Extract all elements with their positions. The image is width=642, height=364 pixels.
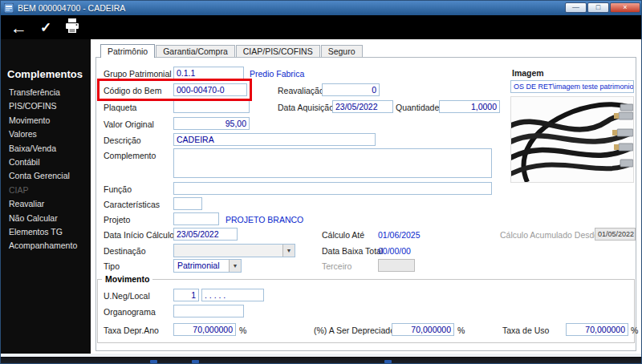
title-bar: BEM 000004700 - CADEIRA — □ × bbox=[1, 1, 642, 15]
complemento-label: Complemento bbox=[104, 151, 156, 160]
funcao-label: Função bbox=[104, 184, 132, 194]
data-aquisicao-label: Data Aquisição bbox=[278, 103, 334, 112]
codigo-bem-field[interactable] bbox=[173, 83, 247, 96]
destinacao-label: Destinação bbox=[104, 246, 146, 256]
window-controls: — □ × bbox=[564, 2, 640, 13]
toolbar: ← ✓ bbox=[1, 15, 642, 39]
taxa-depr-ano-label: Taxa Depr.Ano bbox=[104, 326, 159, 335]
app-icon bbox=[4, 3, 14, 13]
taxa-depr-ano-field[interactable] bbox=[173, 323, 236, 336]
tab-strip: Patrimônio Garantia/Compra CIAP/PIS/COFI… bbox=[100, 44, 364, 58]
sidebar-item-acompanhamento[interactable]: Acompanhamento bbox=[1, 239, 91, 253]
projeto-label: Projeto bbox=[104, 215, 130, 224]
tipo-value: Patrimonial bbox=[177, 261, 220, 270]
funcao-field[interactable] bbox=[173, 182, 492, 195]
a-ser-depreciado-label: (%) A Ser Depreciado bbox=[314, 326, 395, 335]
calculo-ate-value: 01/06/2025 bbox=[378, 230, 421, 240]
asset-photo bbox=[510, 96, 634, 183]
descricao-field[interactable] bbox=[173, 133, 376, 146]
projeto-description: PROJETO BRANCO bbox=[226, 215, 303, 224]
maximize-button[interactable]: □ bbox=[587, 2, 609, 13]
taxa-de-uso-label: Taxa de Uso bbox=[502, 326, 549, 335]
calculo-ate-label: Cálculo Até bbox=[322, 230, 364, 240]
grupo-patrimonial-label: Grupo Patrimonial bbox=[104, 69, 172, 79]
terceiro-field bbox=[378, 259, 415, 272]
minimize-button[interactable]: — bbox=[565, 2, 587, 13]
quantidade-field[interactable] bbox=[439, 100, 500, 113]
a-ser-depreciado-field[interactable] bbox=[392, 323, 454, 336]
data-inicio-calculo-label: Data Início Cálculo bbox=[104, 230, 174, 240]
reavaliacao-field[interactable] bbox=[322, 83, 380, 96]
chevron-down-icon: ▼ bbox=[282, 245, 295, 257]
valor-original-field[interactable] bbox=[173, 117, 250, 130]
sidebar-item-pis-cofins[interactable]: PIS/COFINS bbox=[1, 99, 91, 113]
calculo-acumulado-field: 01/05/2022 bbox=[595, 228, 636, 241]
sidebar-heading: Complementos bbox=[7, 68, 91, 80]
data-baixa-total-label: Data Baixa Total bbox=[322, 246, 383, 256]
destinacao-select[interactable]: ▼ bbox=[173, 244, 295, 257]
sidebar-item-movimento[interactable]: Movimento bbox=[1, 114, 91, 127]
sidebar-item-nao-calcular[interactable]: Não Calcular bbox=[1, 212, 91, 225]
chevron-down-icon: ▼ bbox=[229, 260, 241, 272]
taskbar-icon[interactable] bbox=[150, 360, 157, 363]
descricao-label: Descrição bbox=[104, 135, 141, 145]
tab-patrimonio[interactable]: Patrimônio bbox=[100, 44, 155, 58]
tab-ciap-pis-cofins[interactable]: CIAP/PIS/COFINS bbox=[236, 45, 320, 57]
data-aquisicao-field[interactable] bbox=[332, 100, 393, 113]
close-button[interactable]: × bbox=[610, 2, 640, 13]
grupo-patrimonial-field[interactable] bbox=[173, 67, 244, 79]
sidebar-item-conta-gerencial[interactable]: Conta Gerencial bbox=[1, 169, 91, 183]
taskbar-icon[interactable] bbox=[192, 360, 199, 363]
sidebar-item-contabil[interactable]: Contábil bbox=[1, 156, 91, 169]
tipo-select[interactable]: Patrimonial ▼ bbox=[173, 259, 242, 273]
taxa-de-uso-field[interactable] bbox=[566, 323, 628, 336]
data-inicio-calculo-field[interactable] bbox=[173, 228, 238, 241]
plaqueta-label: Plaqueta bbox=[104, 103, 136, 112]
window-title: BEM 000004700 - CADEIRA bbox=[18, 3, 125, 13]
sidebar-item-reavaliar[interactable]: Reavaliar bbox=[1, 197, 91, 211]
caracteristicas-field[interactable] bbox=[173, 197, 202, 210]
taxa-de-uso-unit: % bbox=[631, 326, 638, 335]
print-icon[interactable] bbox=[64, 18, 80, 36]
quantidade-label: Quantidade bbox=[396, 103, 439, 112]
movimento-heading: Movimento bbox=[102, 274, 152, 284]
imagem-heading: Imagem bbox=[512, 68, 544, 78]
organograma-field[interactable] bbox=[173, 305, 244, 317]
taskbar[interactable] bbox=[1, 357, 642, 364]
hose-image bbox=[511, 97, 633, 182]
organograma-label: Organograma bbox=[104, 307, 156, 317]
caracteristicas-label: Características bbox=[104, 200, 160, 209]
a-ser-depreciado-unit: % bbox=[457, 326, 465, 335]
back-icon[interactable]: ← bbox=[10, 19, 27, 36]
uneg-local-label: U.Neg/Local bbox=[104, 291, 150, 301]
tab-seguro[interactable]: Seguro bbox=[321, 45, 363, 57]
projeto-field[interactable] bbox=[173, 212, 219, 225]
uneg-local-field[interactable] bbox=[173, 289, 199, 301]
tipo-label: Tipo bbox=[104, 261, 120, 271]
taskbar-icon[interactable] bbox=[384, 360, 392, 363]
sidebar-item-ciap: CIAP bbox=[1, 184, 91, 197]
codigo-bem-label: Código do Bem bbox=[104, 86, 161, 95]
valor-original-label: Valor Original bbox=[104, 119, 154, 129]
imagem-path-field[interactable]: OS DE RET\imagem teste patrimonio.jpg bbox=[510, 80, 634, 93]
reavaliacao-label: Reavaliação bbox=[278, 86, 324, 95]
taxa-depr-ano-unit: % bbox=[239, 326, 246, 335]
data-baixa-total-value: 00/00/00 bbox=[378, 246, 411, 256]
sidebar: Complementos Transferência PIS/COFINS Mo… bbox=[1, 39, 91, 354]
confirm-icon[interactable]: ✓ bbox=[40, 21, 51, 34]
terceiro-label: Terceiro bbox=[322, 261, 351, 271]
sidebar-item-transferencia[interactable]: Transferência bbox=[1, 86, 91, 99]
sidebar-item-valores[interactable]: Valores bbox=[1, 127, 91, 141]
plaqueta-field[interactable] bbox=[173, 100, 250, 113]
sidebar-item-elementos-tg[interactable]: Elementos TG bbox=[1, 225, 91, 239]
grupo-patrimonial-description: Predio Fabrica bbox=[250, 69, 304, 79]
tab-garantia-compra[interactable]: Garantia/Compra bbox=[156, 45, 235, 57]
sidebar-item-baixa-venda[interactable]: Baixa/Venda bbox=[1, 142, 91, 156]
local-field[interactable] bbox=[201, 289, 264, 301]
calculo-acumulado-label: Cálculo Acumulado Desde bbox=[500, 230, 599, 240]
complemento-field[interactable] bbox=[173, 148, 492, 178]
app-window: BEM 000004700 - CADEIRA — □ × ← ✓ Comple… bbox=[0, 0, 642, 364]
